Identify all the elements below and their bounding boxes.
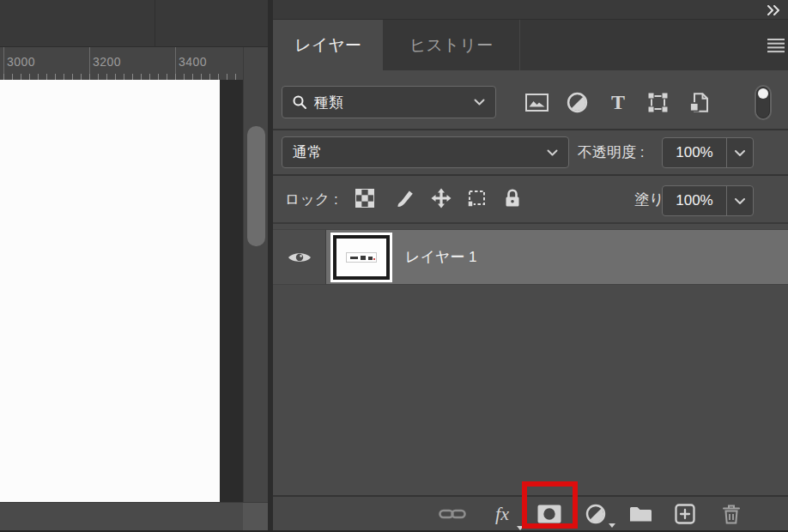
shape-layer-filter-icon[interactable] <box>645 89 670 115</box>
blend-mode-row: 通常 不透明度 : 100% <box>273 130 788 174</box>
new-layer-icon[interactable] <box>670 499 700 529</box>
add-layer-mask-icon[interactable] <box>535 499 564 529</box>
layers-list: レイヤー 1 <box>273 222 788 495</box>
panel-topbar <box>273 0 788 20</box>
layer-row-main[interactable]: レイヤー 1 <box>326 230 788 284</box>
layer-style-icon[interactable]: fx <box>488 499 517 529</box>
thumbnail-scribble <box>346 252 377 263</box>
delete-layer-icon[interactable] <box>717 499 746 529</box>
fill-control[interactable]: 100% <box>662 185 754 216</box>
hamburger-menu-icon[interactable] <box>767 39 785 53</box>
adjustment-layer-icon[interactable] <box>581 499 610 529</box>
ruler-label: 3000 <box>7 55 35 69</box>
panel-footer: fx <box>273 495 788 530</box>
chevron-down-icon <box>547 149 558 156</box>
opacity-slider-button[interactable] <box>726 138 753 167</box>
opacity-value[interactable]: 100% <box>663 138 726 167</box>
lock-all-icon[interactable] <box>500 186 524 210</box>
caret-down-icon <box>609 523 615 528</box>
opacity-label: 不透明度 : <box>578 130 644 174</box>
toggle-ball <box>758 88 768 99</box>
ruler-minor-ticks <box>3 74 242 80</box>
filter-kind-dropdown[interactable]: 種類 <box>282 86 496 118</box>
vertical-scrollbar-thumb[interactable] <box>247 126 265 246</box>
search-icon <box>293 95 307 110</box>
blend-mode-value: 通常 <box>293 142 547 162</box>
layer-thumbnail-border <box>333 235 390 280</box>
ruler-label: 3400 <box>179 55 207 69</box>
document-tab-edge <box>155 0 155 47</box>
new-group-icon[interactable] <box>626 499 655 529</box>
lock-pixels-icon[interactable] <box>393 186 417 210</box>
fill-value[interactable]: 100% <box>663 186 726 215</box>
tab-history-label: ヒストリー <box>409 34 493 57</box>
lock-artboard-icon[interactable] <box>464 186 488 210</box>
lock-label: ロック : <box>285 176 338 222</box>
layer-name[interactable]: レイヤー 1 <box>405 247 476 267</box>
pixel-layer-filter-icon[interactable] <box>524 89 549 115</box>
tab-history[interactable]: ヒストリー <box>383 20 520 70</box>
lock-position-icon[interactable] <box>429 186 453 210</box>
fx-label: fx <box>495 503 509 525</box>
filter-kind-label: 種類 <box>314 93 474 112</box>
horizontal-ruler: 3000 3200 3400 <box>0 47 243 80</box>
smart-object-filter-icon[interactable] <box>687 89 712 115</box>
lock-transparency-icon[interactable] <box>353 186 377 210</box>
tab-layers[interactable]: レイヤー <box>273 20 383 70</box>
layer-thumbnail-content <box>336 239 386 276</box>
tab-layers-label: レイヤー <box>294 34 361 57</box>
type-layer-filter-icon[interactable]: T <box>605 89 631 115</box>
opacity-control[interactable]: 100% <box>662 137 754 168</box>
double-chevron-right-icon[interactable] <box>762 3 785 17</box>
lock-row: ロック : 塗り : 100% <box>273 176 788 222</box>
blend-mode-dropdown[interactable]: 通常 <box>282 136 569 168</box>
eye-icon[interactable] <box>287 249 312 266</box>
document-canvas[interactable] <box>0 80 220 502</box>
layer-thumbnail[interactable] <box>330 233 392 282</box>
chevron-down-icon <box>474 99 485 106</box>
document-topbar <box>0 0 268 47</box>
svg-text:T: T <box>611 92 625 112</box>
ruler-label: 3200 <box>93 55 121 69</box>
fill-slider-button[interactable] <box>726 186 753 215</box>
panel-tabbar: レイヤー ヒストリー <box>273 20 788 70</box>
layers-panel: レイヤー ヒストリー 種類 T <box>273 0 788 532</box>
adjustment-layer-filter-icon[interactable] <box>564 89 590 115</box>
vertical-scrollbar-track[interactable] <box>243 47 268 502</box>
layer-row-selected[interactable]: レイヤー 1 <box>273 229 788 285</box>
link-layers-icon[interactable] <box>438 499 467 529</box>
layer-filter-toggle[interactable] <box>756 87 770 118</box>
layer-filter-row: 種類 T <box>273 70 788 129</box>
document-statusbar <box>0 502 243 530</box>
pasteboard <box>220 80 243 502</box>
scrollbar-corner <box>243 502 268 530</box>
layer-visibility-cell[interactable] <box>273 230 326 284</box>
